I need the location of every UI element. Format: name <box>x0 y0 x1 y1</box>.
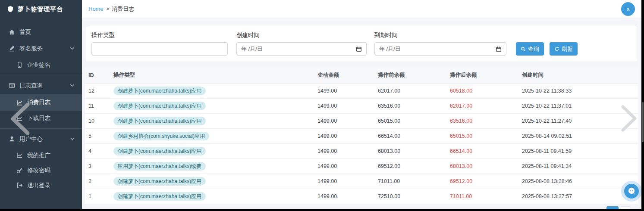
user-icon <box>9 136 15 142</box>
screenshot-frame: 萝卜签管理平台 首页签名服务企业签名日志查询消费日志下载日志用户中心我的推广修改… <box>0 0 644 211</box>
table-row[interactable]: 4 创建萝卜(com.maerzhaha.talks)应用 1499.00 68… <box>85 143 638 158</box>
cell-amount: 1499.00 <box>317 98 378 113</box>
sidebar-item-log-query[interactable]: 日志查询 <box>0 78 82 93</box>
cell-balance-before: 68013.00 <box>378 143 450 158</box>
cell-balance-before: 62017.00 <box>378 83 450 98</box>
mobile-icon <box>16 62 23 68</box>
sidebar-item-label: 退出登录 <box>27 182 50 189</box>
expire-time-input[interactable]: 年 /月/日 <box>374 42 506 56</box>
col-header-amount: 变动金额 <box>317 68 378 83</box>
cell-balance-before: 72510.00 <box>378 189 450 204</box>
filter-card: 操作类型 创建时间 年 /月/日 到期时间 年 /月/日 <box>85 26 638 62</box>
cell-id: 12 <box>85 83 113 98</box>
sidebar-item-my-promotion[interactable]: 我的推广 <box>0 148 82 163</box>
topbar: Home > 消费日志 x <box>82 0 641 18</box>
search-icon <box>521 47 526 52</box>
filter-buttons: 查询 刷新 <box>516 31 578 56</box>
calendar-icon[interactable] <box>496 46 502 52</box>
breadcrumb-current: 消费日志 <box>112 5 134 13</box>
cell-id: 4 <box>85 143 113 158</box>
table-row[interactable]: 5 创建乡村协会(com.shyuke.social)应用 1499.00 66… <box>85 128 638 143</box>
pagination-next-page-button[interactable] <box>620 206 631 209</box>
cell-operation-type: 创建萝卜(com.maerzhaha.talks)应用 <box>113 189 317 204</box>
refresh-icon <box>554 47 559 52</box>
table-row[interactable]: 12 创建萝卜(com.maerzhaha.talks)应用 1499.00 6… <box>85 83 638 98</box>
signature-icon <box>9 45 15 52</box>
cell-operation-type: 创建萝卜(com.maerzhaha.talks)应用 <box>113 98 317 113</box>
cell-created-time: 2025-08-11 09:41:59 <box>522 143 638 158</box>
refresh-button-label: 刷新 <box>562 45 573 53</box>
sidebar-item-label: 我的推广 <box>27 152 50 159</box>
table-row[interactable]: 11 创建萝卜(com.maerzhaha.talks)应用 1499.00 6… <box>85 98 638 113</box>
brand: 萝卜签管理平台 <box>0 0 82 18</box>
cell-balance-after: 68013.00 <box>450 158 522 174</box>
log-table-card: ID 操作类型 变动金额 操作前余额 操作后余额 创建时间 12 创建萝卜(co… <box>85 68 638 204</box>
log-table: ID 操作类型 变动金额 操作前余额 操作后余额 创建时间 12 创建萝卜(co… <box>85 68 638 204</box>
sidebar-item-label: 企业签名 <box>27 61 50 69</box>
operation-type-input[interactable] <box>91 42 228 56</box>
operation-type-badge: 创建萝卜(com.maerzhaha.talks)应用 <box>113 102 206 110</box>
home-icon <box>9 29 15 35</box>
table-row[interactable]: 2 创建萝卜(com.maerzhaha.talks)应用 1499.00 71… <box>85 174 638 189</box>
operation-type-label: 操作类型 <box>91 31 228 39</box>
col-header-balance-after: 操作后余额 <box>450 68 522 83</box>
logout-icon <box>16 182 23 189</box>
created-time-label: 创建时间 <box>236 31 367 39</box>
table-icon <box>9 82 15 89</box>
cell-amount: 1499.00 <box>317 83 378 98</box>
sidebar-item-home[interactable]: 首页 <box>0 25 82 40</box>
cell-operation-type: 创建萝卜(com.maerzhaha.talks)应用 <box>113 174 317 189</box>
col-header-operation-type: 操作类型 <box>113 68 317 83</box>
cell-created-time: 2025-10-22 11:38:33 <box>522 83 638 98</box>
cell-balance-before: 71011.00 <box>378 174 450 189</box>
cell-amount: 1499.00 <box>317 128 378 143</box>
main-area: Home > 消费日志 x 操作类型 创建时间 年 /月/日 <box>82 0 641 209</box>
sidebar-item-enterprise-sign[interactable]: 企业签名 <box>0 57 82 72</box>
table-row[interactable]: 3 应用萝卜(com.maerzhaha.talks)续费 1499.00 69… <box>85 158 638 174</box>
cell-id: 5 <box>85 128 113 143</box>
operation-type-badge: 创建乡村协会(com.shyuke.social)应用 <box>113 132 209 140</box>
breadcrumb-separator: > <box>106 6 110 12</box>
sidebar-item-label: 日志查询 <box>19 82 43 90</box>
cell-balance-after: 66514.00 <box>450 143 522 158</box>
cell-balance-before: 63516.00 <box>378 98 450 113</box>
refresh-button[interactable]: 刷新 <box>550 42 578 56</box>
cell-id: 1 <box>85 189 113 204</box>
table-row[interactable]: 10 创建萝卜(com.maerzhaha.talks)应用 1499.00 6… <box>85 113 638 128</box>
carousel-next-icon[interactable] <box>619 104 639 133</box>
search-button[interactable]: 查询 <box>516 42 544 56</box>
filter-created-time: 创建时间 年 /月/日 <box>236 31 367 56</box>
carousel-prev-icon[interactable] <box>9 102 31 136</box>
customer-service-button[interactable] <box>621 181 641 202</box>
sidebar-item-label: 签名服务 <box>19 45 43 53</box>
chevron-down-icon <box>69 136 75 142</box>
operation-type-badge: 创建萝卜(com.maerzhaha.talks)应用 <box>113 192 206 201</box>
calendar-icon[interactable] <box>356 46 362 52</box>
shield-icon <box>7 6 14 12</box>
sidebar-item-logout[interactable]: 退出登录 <box>0 178 82 193</box>
pagination-active-page-button[interactable] <box>606 206 619 209</box>
cell-balance-after: 69512.00 <box>450 174 522 189</box>
cell-operation-type: 应用萝卜(com.maerzhaha.talks)续费 <box>113 158 317 174</box>
sidebar-item-label: 首页 <box>19 28 31 36</box>
search-button-label: 查询 <box>528 45 539 53</box>
created-time-input[interactable]: 年 /月/日 <box>236 42 367 56</box>
cell-amount: 1499.00 <box>317 143 378 158</box>
operation-type-badge: 创建萝卜(com.maerzhaha.talks)应用 <box>113 147 206 155</box>
sidebar: 萝卜签管理平台 首页签名服务企业签名日志查询消费日志下载日志用户中心我的推广修改… <box>0 0 82 209</box>
operation-type-badge: 创建萝卜(com.maerzhaha.talks)应用 <box>113 177 206 186</box>
cell-balance-before: 65015.00 <box>378 113 450 128</box>
cell-amount: 1499.00 <box>317 113 378 128</box>
sidebar-item-change-password[interactable]: 修改密码 <box>0 163 82 178</box>
cell-created-time: 2025-08-11 09:41:34 <box>522 158 638 174</box>
scrollbar-thumb[interactable] <box>642 102 644 142</box>
breadcrumb-home-link[interactable]: Home <box>88 6 104 12</box>
sidebar-item-sign-service[interactable]: 签名服务 <box>0 41 82 56</box>
avatar[interactable]: x <box>621 2 635 16</box>
table-row[interactable]: 1 创建萝卜(com.maerzhaha.talks)应用 1499.00 72… <box>85 189 638 204</box>
chart-line-icon <box>16 152 23 158</box>
cell-balance-after: 60518.00 <box>450 83 522 98</box>
operation-type-badge: 创建萝卜(com.maerzhaha.talks)应用 <box>113 87 206 95</box>
col-header-id: ID <box>85 68 113 83</box>
brand-title: 萝卜签管理平台 <box>18 5 63 13</box>
